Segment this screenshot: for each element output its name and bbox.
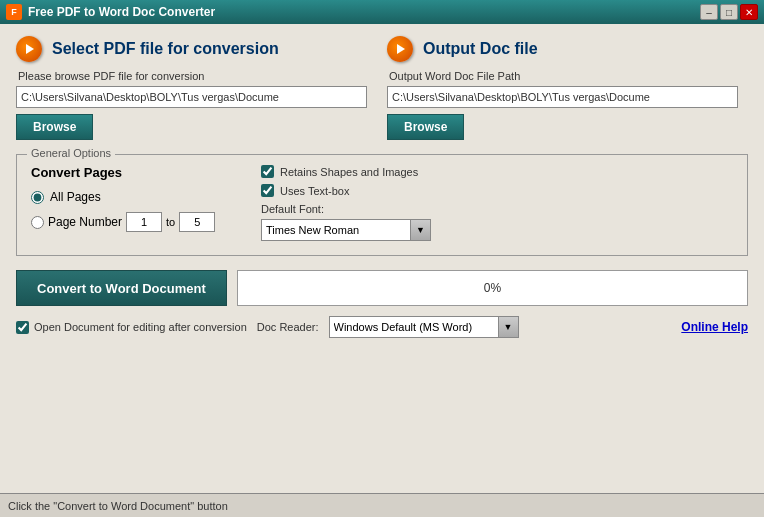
to-label: to: [166, 216, 175, 228]
doc-reader-select-row: Windows Default (MS Word)Adobe ReaderOth…: [329, 316, 519, 338]
doc-reader-label: Doc Reader:: [257, 321, 319, 333]
page-to-input[interactable]: [179, 212, 215, 232]
top-section: Select PDF file for conversion Please br…: [16, 36, 748, 140]
window-controls: – □ ✕: [700, 4, 758, 20]
output-file-path-input[interactable]: [387, 86, 738, 108]
online-help-link[interactable]: Online Help: [681, 320, 748, 334]
right-panel: Output Doc file Output Word Doc File Pat…: [377, 36, 748, 140]
right-play-icon: [387, 36, 413, 62]
page-number-label: Page Number: [48, 215, 122, 229]
default-font-label: Default Font:: [261, 203, 733, 215]
general-options-box: General Options Convert Pages All Pages …: [16, 154, 748, 256]
retains-shapes-row: Retains Shapes and Images: [261, 165, 733, 178]
app-icon: F: [6, 4, 22, 20]
window-title: Free PDF to Word Doc Converter: [28, 5, 215, 19]
status-bar: Click the "Convert to Word Document" but…: [0, 493, 764, 517]
pdf-browse-button[interactable]: Browse: [16, 114, 93, 140]
all-pages-radio[interactable]: [31, 191, 44, 204]
options-inner: Convert Pages All Pages Page Number to: [31, 165, 733, 241]
output-file-label: Output Word Doc File Path: [387, 70, 738, 82]
bottom-options-row: Open Document for editing after conversi…: [16, 316, 748, 338]
pdf-file-label: Please browse PDF file for conversion: [16, 70, 367, 82]
font-select-row: Times New RomanArialCourier NewHelvetica…: [261, 219, 733, 241]
maximize-button[interactable]: □: [720, 4, 738, 20]
left-play-icon: [16, 36, 42, 62]
page-number-radio[interactable]: [31, 216, 44, 229]
right-section-title: Output Doc file: [423, 40, 538, 58]
page-from-input[interactable]: [126, 212, 162, 232]
left-section-header: Select PDF file for conversion: [16, 36, 367, 62]
right-section-header: Output Doc file: [387, 36, 738, 62]
uses-textbox-row: Uses Text-box: [261, 184, 733, 197]
minimize-button[interactable]: –: [700, 4, 718, 20]
progress-text: 0%: [484, 281, 501, 295]
title-bar-left: F Free PDF to Word Doc Converter: [6, 4, 215, 20]
progress-bar-container: 0%: [237, 270, 748, 306]
output-browse-button[interactable]: Browse: [387, 114, 464, 140]
convert-pages-title: Convert Pages: [31, 165, 231, 180]
close-button[interactable]: ✕: [740, 4, 758, 20]
pdf-file-path-input[interactable]: [16, 86, 367, 108]
status-text: Click the "Convert to Word Document" but…: [8, 500, 228, 512]
options-legend: General Options: [27, 147, 115, 159]
title-bar: F Free PDF to Word Doc Converter – □ ✕: [0, 0, 764, 24]
retains-shapes-checkbox[interactable]: [261, 165, 274, 178]
font-select[interactable]: Times New RomanArialCourier NewHelvetica: [261, 219, 411, 241]
left-panel: Select PDF file for conversion Please br…: [16, 36, 377, 140]
action-row: Convert to Word Document 0%: [16, 270, 748, 306]
doc-reader-select[interactable]: Windows Default (MS Word)Adobe ReaderOth…: [329, 316, 499, 338]
open-doc-label: Open Document for editing after conversi…: [34, 321, 247, 333]
pdf-file-input-row: [16, 86, 367, 108]
retains-shapes-label: Retains Shapes and Images: [280, 166, 418, 178]
window-content: Select PDF file for conversion Please br…: [0, 24, 764, 493]
uses-textbox-checkbox[interactable]: [261, 184, 274, 197]
font-select-arrow-icon[interactable]: ▼: [411, 219, 431, 241]
all-pages-radio-row: All Pages: [31, 190, 231, 204]
right-options-section: Retains Shapes and Images Uses Text-box …: [261, 165, 733, 241]
doc-reader-arrow-icon[interactable]: ▼: [499, 316, 519, 338]
open-doc-checkbox-row: Open Document for editing after conversi…: [16, 321, 247, 334]
left-section-title: Select PDF file for conversion: [52, 40, 279, 58]
all-pages-label: All Pages: [50, 190, 101, 204]
output-file-input-row: [387, 86, 738, 108]
open-doc-checkbox[interactable]: [16, 321, 29, 334]
uses-textbox-label: Uses Text-box: [280, 185, 350, 197]
page-number-radio-row: Page Number to: [31, 212, 231, 232]
convert-pages-section: Convert Pages All Pages Page Number to: [31, 165, 231, 241]
convert-button[interactable]: Convert to Word Document: [16, 270, 227, 306]
